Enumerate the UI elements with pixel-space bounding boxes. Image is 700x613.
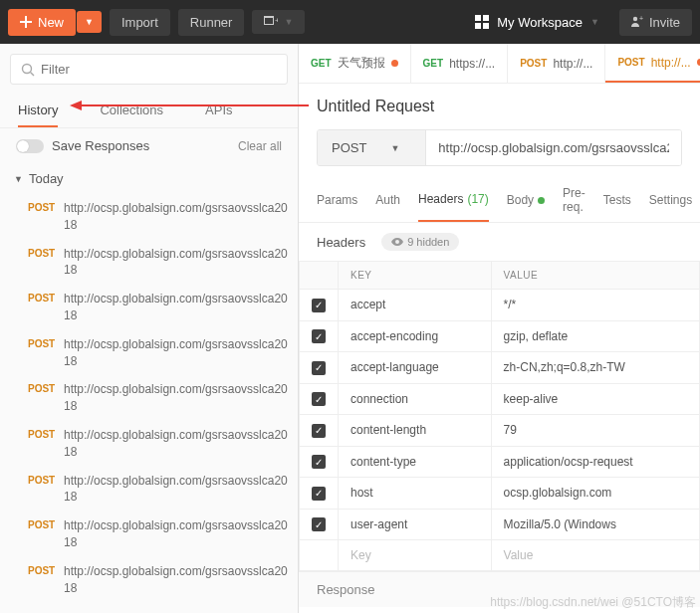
history-url: http://ocsp.globalsign.com/gsrsaovsslca2…	[64, 291, 288, 324]
table-row[interactable]: ✓accept-languagezh-CN,zh;q=0.8,zh-TW	[300, 352, 700, 384]
new-window-button[interactable]: + ▼	[252, 10, 305, 34]
filter-input[interactable]	[41, 62, 277, 77]
tab-headers[interactable]: Headers (17)	[418, 178, 489, 222]
svg-marker-12	[70, 101, 82, 110]
header-value[interactable]: zh-CN,zh;q=0.8,zh-TW	[491, 352, 699, 384]
checkbox-icon[interactable]: ✓	[312, 392, 326, 406]
history-url: http://ocsp.globalsign.com/gsrsaovsslca2…	[64, 336, 288, 370]
col-value: VALUE	[491, 262, 699, 290]
header-key[interactable]: host	[339, 478, 492, 510]
table-row[interactable]: ✓content-length79	[300, 415, 700, 447]
request-tab[interactable]: GET天气预报	[299, 44, 411, 83]
history-item[interactable]: POSThttp://ocsp.globalsign.com/gsrsaovss…	[0, 285, 298, 330]
table-row-new[interactable]: KeyValue	[300, 540, 700, 571]
headers-section-label: Headers	[317, 235, 365, 250]
tab-prereq[interactable]: Pre-req.	[563, 178, 585, 222]
checkbox-icon[interactable]: ✓	[312, 455, 326, 469]
tab-history[interactable]: History	[18, 95, 58, 127]
header-key[interactable]: connection	[339, 383, 492, 415]
new-dropdown-button[interactable]: ▼	[77, 11, 102, 33]
history-item[interactable]: POSThttp://ocsp.globalsign.com/gsrsaovss…	[0, 421, 298, 467]
tab-collections[interactable]: Collections	[100, 95, 163, 127]
checkbox-icon[interactable]: ✓	[312, 424, 326, 438]
save-responses-toggle[interactable]	[16, 139, 44, 153]
history-list: POSThttp://ocsp.globalsign.com/gsrsaovss…	[0, 194, 298, 613]
filter-input-wrap[interactable]	[10, 54, 288, 85]
history-item[interactable]: POSThttp://ocsp.globalsign.com/gsrsaovss…	[0, 375, 298, 421]
search-icon	[21, 63, 35, 77]
header-value[interactable]: keep-alive	[491, 383, 699, 415]
request-title[interactable]: Untitled Request	[299, 84, 700, 129]
checkbox-icon[interactable]: ✓	[312, 517, 326, 531]
table-row[interactable]: ✓accept*/*	[300, 290, 700, 321]
table-row[interactable]: ✓connectionkeep-alive	[300, 383, 700, 415]
header-key[interactable]: accept-encoding	[339, 320, 492, 352]
table-row[interactable]: ✓content-typeapplication/ocsp-request	[300, 446, 700, 478]
history-item[interactable]: POSThttp://ocsp.globalsign.com/gsrsaovss…	[0, 240, 298, 286]
history-item[interactable]: POSThttp://ocsp.globalsign.com/gsrsaovss…	[0, 557, 298, 603]
history-method: POST	[28, 200, 64, 213]
header-value[interactable]: 79	[491, 415, 699, 447]
svg-rect-1	[265, 18, 273, 24]
tab-auth[interactable]: Auth	[375, 178, 400, 222]
svg-rect-6	[483, 23, 489, 29]
history-method: POST	[28, 381, 64, 394]
new-button[interactable]: New	[8, 9, 76, 36]
history-url: http://ocsp.globalsign.com/gsrsaovsslca2…	[64, 517, 288, 551]
table-row[interactable]: ✓hostocsp.globalsign.com	[300, 478, 700, 510]
hidden-headers-badge[interactable]: 9 hidden	[381, 233, 459, 251]
history-method: POST	[28, 336, 64, 349]
svg-point-7	[633, 17, 637, 21]
method-select[interactable]: POST▼	[318, 130, 426, 165]
header-value[interactable]: application/ocsp-request	[491, 446, 699, 478]
header-value[interactable]: Mozilla/5.0 (Windows	[491, 509, 699, 540]
history-method: POST	[28, 473, 64, 486]
header-value[interactable]: gzip, deflate	[491, 320, 699, 352]
header-key[interactable]: content-length	[339, 415, 492, 447]
history-url: http://ocsp.globalsign.com/gsrsaovsslca2…	[64, 563, 288, 597]
svg-rect-3	[475, 15, 481, 21]
history-method: POST	[28, 517, 64, 530]
header-value[interactable]: ocsp.globalsign.com	[491, 478, 699, 510]
import-button[interactable]: Import	[110, 9, 170, 36]
header-key[interactable]: content-type	[339, 446, 492, 478]
checkbox-icon[interactable]: ✓	[312, 299, 326, 312]
value-placeholder[interactable]: Value	[491, 540, 699, 571]
table-row[interactable]: ✓user-agentMozilla/5.0 (Windows	[300, 509, 700, 540]
tab-tests[interactable]: Tests	[603, 178, 631, 222]
history-item[interactable]: POSThttp://ocsp.globalsign.com/gsrsaovss…	[0, 194, 298, 240]
history-group-today[interactable]: ▼ Today	[0, 163, 298, 194]
checkbox-icon[interactable]: ✓	[312, 329, 326, 343]
checkbox-icon[interactable]: ✓	[312, 361, 326, 375]
request-tabs: GET天气预报GEThttps://...POSThttp://...POSTh…	[299, 44, 700, 84]
invite-button[interactable]: + Invite	[619, 9, 692, 36]
table-row[interactable]: ✓accept-encodinggzip, deflate	[300, 320, 700, 352]
history-item[interactable]: POSThttp://ocsp.globalsign.com/gsrsaovss…	[0, 467, 298, 512]
history-url: http://ocsp.globalsign.com/gsrsaovsslca2…	[64, 246, 288, 280]
url-input[interactable]	[426, 130, 681, 165]
header-key[interactable]: user-agent	[339, 509, 492, 540]
tab-body[interactable]: Body	[507, 178, 545, 222]
history-item[interactable]: POSThttp://ocsp.globalsign.com/gsrsaovss…	[0, 330, 298, 376]
headers-table: KEY VALUE ✓accept*/*✓accept-encodinggzip…	[299, 261, 700, 571]
runner-button[interactable]: Runner	[178, 9, 245, 36]
header-key[interactable]: accept-language	[339, 352, 492, 384]
clear-all-button[interactable]: Clear all	[238, 139, 282, 153]
eye-icon	[391, 238, 403, 246]
header-key[interactable]: accept	[339, 290, 492, 321]
watermark: https://blog.csdn.net/wei @51CTO博客	[490, 594, 696, 611]
header-value[interactable]: */*	[491, 290, 699, 321]
request-tab[interactable]: POSThttp://...	[508, 44, 605, 83]
history-item[interactable]: POSThttp://ocsp.globalsign.com/gsrsaovss…	[0, 511, 298, 557]
workspace-selector[interactable]: My Workspace ▼	[475, 15, 599, 30]
tab-apis[interactable]: APIs	[205, 95, 232, 127]
checkbox-icon[interactable]: ✓	[312, 487, 326, 501]
svg-rect-5	[475, 23, 481, 29]
tab-settings[interactable]: Settings	[649, 178, 692, 222]
request-tab[interactable]: GEThttps://...	[411, 44, 509, 83]
key-placeholder[interactable]: Key	[339, 540, 492, 571]
request-tab[interactable]: POSThttp://...	[605, 44, 700, 83]
top-toolbar: New ▼ Import Runner + ▼ My Workspace ▼ +…	[0, 0, 700, 44]
tab-params[interactable]: Params	[317, 178, 357, 222]
plus-icon	[20, 16, 32, 28]
